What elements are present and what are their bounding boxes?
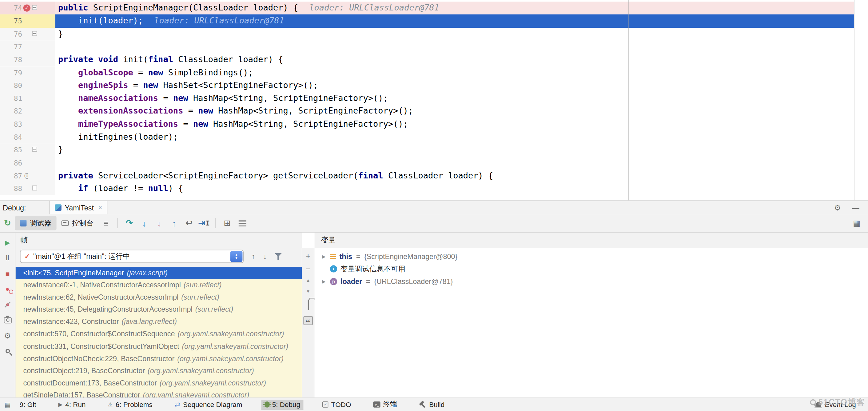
evaluate-expression-icon[interactable]: ⊞ (220, 217, 235, 230)
run-to-cursor-icon[interactable]: ⇥I (196, 217, 212, 230)
fold-icon[interactable] (32, 147, 37, 152)
restore-layout-icon[interactable]: ▦ (853, 219, 868, 228)
stack-frame[interactable]: getSingleData:157, BaseConstructor(org.y… (16, 389, 302, 398)
step-into-icon[interactable]: ↓ (137, 217, 152, 230)
code-text[interactable]: private void init(final ClassLoader load… (55, 53, 854, 66)
move-down-icon[interactable]: ▼ (306, 289, 310, 294)
stack-frame[interactable]: newInstance:423, Constructor(java.lang.r… (16, 316, 302, 328)
editor-gutter-cell[interactable]: 87@ (0, 169, 55, 183)
code-text[interactable]: public ScriptEngineManager(ClassLoader l… (55, 2, 854, 14)
variable-row-this[interactable]: ▶ this = {ScriptEngineManager@800} (314, 250, 868, 263)
variable-row-loader[interactable]: ▶ p loader = {URLClassLoader@781} (314, 275, 868, 288)
stack-frame[interactable]: newInstance:62, NativeConstructorAccesso… (16, 291, 302, 304)
stack-frame[interactable]: construct:331, Constructor$ConstructYaml… (16, 340, 302, 352)
statusbar-item-terminal[interactable]: >_ 终端 (370, 399, 401, 410)
gear-icon[interactable]: ⚙ (834, 203, 841, 212)
stack-frame-list: <init>:75, ScriptEngineManager(javax.scr… (16, 267, 302, 398)
code-text[interactable]: } (55, 27, 854, 40)
code-text[interactable]: if (loader != null) { (55, 183, 854, 195)
duplicate-icon[interactable] (308, 300, 309, 310)
fold-icon[interactable] (32, 5, 37, 10)
code-text[interactable]: nameAssociations = new HashMap<String, S… (55, 92, 854, 105)
editor-gutter-cell[interactable]: 79 (0, 66, 55, 79)
filter-frames-icon[interactable] (275, 253, 282, 260)
code-text[interactable]: engineSpis = new HashSet<ScriptEngineFac… (55, 79, 854, 92)
debug-session-tab[interactable]: YamlTest × (49, 201, 107, 214)
next-frame-icon[interactable]: ↓ (263, 252, 267, 261)
editor-gutter-cell[interactable]: 86 (0, 157, 55, 169)
statusbar-item-build[interactable]: Build (416, 400, 448, 409)
statusbar-item-todo[interactable]: ✓ TODO (319, 400, 354, 409)
mute-breakpoints-icon[interactable]: ● (3, 300, 12, 309)
code-text[interactable]: initEngines(loader); (55, 131, 854, 144)
minimize-icon[interactable]: — (852, 204, 859, 212)
move-up-icon[interactable]: ▲ (306, 278, 310, 283)
stack-frame[interactable]: constructObjectNoCheck:229, BaseConstruc… (16, 352, 302, 365)
screenshot-icon[interactable] (3, 316, 12, 324)
stack-frame[interactable]: newInstance0:-1, NativeConstructorAccess… (16, 279, 302, 291)
code-text[interactable]: extensionAssociations = new HashMap<Stri… (55, 105, 854, 118)
tab-debugger[interactable]: 调试器 (15, 216, 57, 230)
stop-icon[interactable]: ■ (3, 269, 12, 278)
toolwindow-toggle-icon[interactable]: ▦ (4, 401, 10, 408)
drop-frame-icon[interactable]: ↩ (182, 217, 196, 230)
code-text[interactable]: globalScope = new SimpleBindings(); (55, 66, 854, 79)
pin-tab-icon[interactable] (3, 347, 12, 356)
editor-gutter-cell[interactable]: 81 (0, 92, 55, 105)
stack-frame[interactable]: constructObject:219, BaseConstructor(org… (16, 365, 302, 377)
dropdown-arrows-icon[interactable]: ▲▼ (230, 251, 243, 262)
step-over-icon[interactable]: ↷ (122, 217, 137, 230)
pause-program-icon[interactable]: ‖ (3, 253, 12, 262)
resume-program-icon[interactable]: ▶ (3, 238, 12, 247)
expand-arrow-icon[interactable]: ▶ (321, 254, 327, 259)
debug-settings-gear-icon[interactable]: ⚙ (3, 331, 12, 340)
close-icon[interactable]: × (98, 204, 102, 211)
editor-gutter-cell[interactable]: 80 (0, 79, 55, 92)
previous-frame-icon[interactable]: ↑ (251, 252, 255, 261)
editor-gutter-cell[interactable]: 76 (0, 27, 55, 40)
stack-frame[interactable]: constructDocument:173, BaseConstructor(o… (16, 377, 302, 389)
statusbar-item-debug[interactable]: 5: Debug (261, 400, 304, 409)
statusbar-item-sequence-diagram[interactable]: ⇄ Sequence Diagram (171, 400, 245, 409)
line-number: 84 (0, 131, 22, 144)
watch-return-values-icon[interactable]: ∞ (304, 316, 313, 325)
force-step-into-icon[interactable]: ↓ (152, 217, 167, 230)
editor-gutter-cell[interactable]: 77 (0, 40, 55, 53)
remove-watch-icon[interactable]: − (306, 265, 310, 272)
editor-gutter-cell[interactable]: 82 (0, 105, 55, 118)
editor-gutter-cell[interactable]: 74✓ (0, 2, 55, 14)
stack-frame[interactable]: construct:570, Constructor$ConstructSequ… (16, 328, 302, 340)
stack-frame[interactable]: <init>:75, ScriptEngineManager(javax.scr… (16, 267, 302, 279)
step-out-icon[interactable]: ↑ (167, 217, 182, 230)
editor-gutter-cell[interactable]: 88 (0, 183, 55, 195)
thread-dropdown[interactable]: ✓ "main"@1 在组 "main": 运行中 ▲▼ (20, 250, 244, 263)
stack-frame[interactable]: newInstance:45, DelegatingConstructorAcc… (16, 304, 302, 316)
editor-gutter-cell[interactable]: 83 (0, 118, 55, 131)
debug-toolbar: ↻ 调试器 控制台 ≡ ↷ ↓ ↓ ↑ ↩ ⇥I ⊞ ▦ (0, 214, 868, 232)
statusbar-item-git[interactable]: 9: Git (16, 400, 39, 409)
editor-gutter-cell[interactable]: 85 (0, 144, 55, 157)
code-text[interactable]: } (55, 144, 854, 157)
editor-gutter-cell[interactable]: 78 (0, 53, 55, 66)
fold-icon[interactable] (32, 186, 37, 190)
code-text[interactable] (55, 157, 854, 169)
annotation-marker-icon[interactable]: @ (24, 169, 28, 183)
code-text[interactable] (55, 40, 854, 53)
tab-console[interactable]: 控制台 (57, 216, 99, 230)
breakpoint-icon[interactable]: ✓ (23, 4, 30, 11)
code-text[interactable]: mimeTypeAssociations = new HashMap<Strin… (55, 118, 854, 131)
expand-arrow-icon[interactable]: ▶ (321, 279, 327, 284)
statusbar-item-problems[interactable]: ⚠ 6: Problems (104, 400, 156, 409)
fold-icon[interactable] (32, 31, 37, 36)
statusbar-item-run[interactable]: ▶ 4: Run (55, 400, 89, 409)
code-text[interactable]: init(loader);loader: URLClassLoader@781 (55, 14, 854, 27)
editor-gutter-cell[interactable]: 84 (0, 131, 55, 144)
editor-gutter-cell[interactable]: 75 (0, 14, 55, 27)
view-breakpoints-icon[interactable]: ● (3, 285, 12, 293)
editor-scrollbar-area[interactable] (854, 0, 868, 200)
layout-menu-icon[interactable]: ≡ (98, 217, 114, 230)
settings-sliders-icon[interactable] (235, 217, 250, 230)
add-watch-icon[interactable]: + (306, 253, 310, 259)
rerun-icon[interactable]: ↻ (0, 217, 15, 230)
code-text[interactable]: private ServiceLoader<ScriptEngineFactor… (55, 169, 854, 183)
